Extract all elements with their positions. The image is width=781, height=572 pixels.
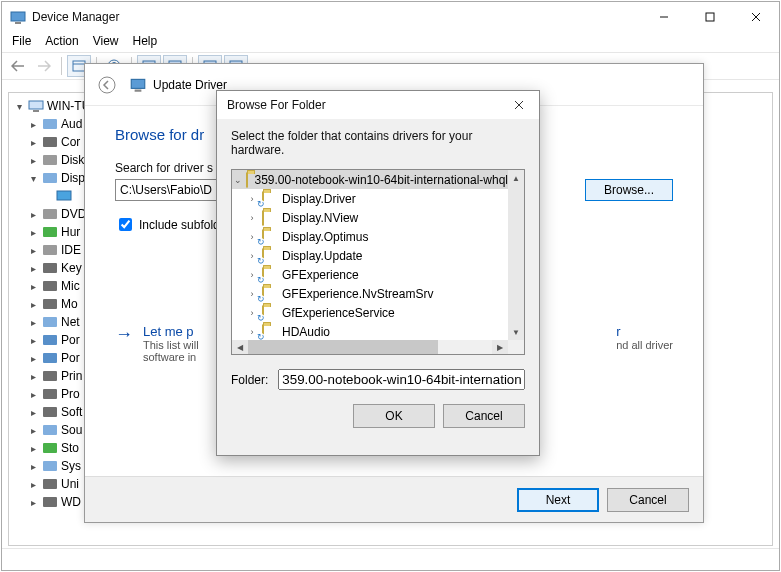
- device-icon: [42, 495, 58, 509]
- dialog-titlebar: Browse For Folder: [217, 91, 539, 119]
- horizontal-scrollbar[interactable]: ◀ ▶: [232, 340, 508, 354]
- minimize-button[interactable]: [641, 2, 687, 32]
- tree-node-label: Key: [61, 261, 82, 275]
- scroll-left-button[interactable]: ◀: [232, 340, 248, 354]
- menu-help[interactable]: Help: [133, 34, 158, 48]
- folder-tree[interactable]: ⌄359.00-notebook-win10-64bit-internation…: [231, 169, 525, 355]
- expand-icon[interactable]: ▸: [27, 226, 39, 238]
- folder-tree-item-label: GFExperience.NvStreamSrv: [282, 287, 433, 301]
- toolbar-back-button[interactable]: [6, 55, 30, 77]
- svg-rect-30: [43, 371, 57, 381]
- folder-icon: [262, 306, 278, 320]
- folder-icon: [262, 230, 278, 244]
- expand-icon[interactable]: ▸: [27, 244, 39, 256]
- expand-icon[interactable]: ▸: [27, 352, 39, 364]
- cancel-button[interactable]: Cancel: [607, 488, 689, 512]
- expand-icon[interactable]: ▸: [27, 334, 39, 346]
- collapse-icon[interactable]: ▾: [13, 100, 25, 112]
- svg-rect-24: [43, 263, 57, 273]
- device-icon: [42, 477, 58, 491]
- scroll-up-button[interactable]: ▲: [508, 170, 524, 186]
- device-icon: [42, 153, 58, 167]
- folder-tree-item[interactable]: ›Display.Driver: [232, 189, 508, 208]
- svg-rect-0: [11, 12, 25, 21]
- folder-tree-item-label: HDAudio: [282, 325, 330, 339]
- scroll-right-button[interactable]: ▶: [492, 340, 508, 354]
- folder-tree-root[interactable]: ⌄359.00-notebook-win10-64bit-internation…: [232, 170, 508, 189]
- wizard-back-button[interactable]: [93, 71, 121, 99]
- tree-node-label: Disp: [61, 171, 85, 185]
- tree-node-label: Mo: [61, 297, 78, 311]
- expand-icon[interactable]: ▸: [27, 496, 39, 508]
- expand-icon[interactable]: ▸: [27, 280, 39, 292]
- tree-node-label: Uni: [61, 477, 79, 491]
- expand-icon[interactable]: ▸: [27, 478, 39, 490]
- vertical-scrollbar[interactable]: ▲ ▼: [508, 170, 524, 340]
- svg-rect-21: [43, 209, 57, 219]
- folder-icon: [246, 173, 251, 187]
- dialog-cancel-button[interactable]: Cancel: [443, 404, 525, 428]
- folder-tree-item[interactable]: ›GfExperienceService: [232, 303, 508, 322]
- dialog-close-button[interactable]: [505, 95, 533, 115]
- ok-button[interactable]: OK: [353, 404, 435, 428]
- svg-rect-39: [131, 79, 145, 88]
- include-subfolders-input[interactable]: [119, 218, 132, 231]
- folder-tree-item[interactable]: ›HDAudio: [232, 322, 508, 340]
- folder-tree-item-label: Display.Update: [282, 249, 362, 263]
- scroll-down-button[interactable]: ▼: [508, 324, 524, 340]
- dialog-message: Select the folder that contains drivers …: [231, 129, 525, 157]
- folder-tree-item[interactable]: ›Display.NView: [232, 208, 508, 227]
- tree-node-label: Soft: [61, 405, 82, 419]
- toolbar-forward-button[interactable]: [32, 55, 56, 77]
- window-title: Device Manager: [32, 10, 641, 24]
- folder-tree-item[interactable]: ›GFExperience.NvStreamSrv: [232, 284, 508, 303]
- expand-icon[interactable]: ▸: [27, 406, 39, 418]
- device-icon: [42, 387, 58, 401]
- chevron-down-icon[interactable]: ⌄: [234, 175, 242, 185]
- expand-icon[interactable]: ▸: [27, 370, 39, 382]
- svg-rect-40: [135, 89, 142, 91]
- menu-file[interactable]: File: [12, 34, 31, 48]
- dialog-title: Browse For Folder: [227, 98, 505, 112]
- svg-rect-14: [29, 101, 43, 109]
- device-icon: [42, 315, 58, 329]
- folder-tree-item[interactable]: ›GFExperience: [232, 265, 508, 284]
- tree-node-label: IDE: [61, 243, 81, 257]
- menu-view[interactable]: View: [93, 34, 119, 48]
- expand-icon[interactable]: ▾: [27, 172, 39, 184]
- next-button[interactable]: Next: [517, 488, 599, 512]
- expand-icon[interactable]: ▸: [27, 424, 39, 436]
- maximize-button[interactable]: [687, 2, 733, 32]
- folder-icon: [262, 211, 278, 225]
- folder-tree-item[interactable]: ›Display.Optimus: [232, 227, 508, 246]
- close-button[interactable]: [733, 2, 779, 32]
- expand-icon[interactable]: ▸: [27, 316, 39, 328]
- svg-rect-25: [43, 281, 57, 291]
- expand-icon[interactable]: ▸: [27, 262, 39, 274]
- folder-tree-item[interactable]: ›Display.Update: [232, 246, 508, 265]
- chevron-right-icon[interactable]: ›: [246, 213, 258, 223]
- expand-icon[interactable]: ▸: [27, 442, 39, 454]
- folder-field-input[interactable]: [278, 369, 525, 390]
- folder-tree-item-label: GFExperience: [282, 268, 359, 282]
- expand-icon[interactable]: ▸: [27, 136, 39, 148]
- expand-icon[interactable]: ▸: [27, 118, 39, 130]
- device-icon: [42, 135, 58, 149]
- expand-icon[interactable]: ▸: [27, 460, 39, 472]
- device-icon: [42, 207, 58, 221]
- device-icon: [42, 333, 58, 347]
- status-bar: [2, 548, 779, 570]
- svg-rect-22: [43, 227, 57, 237]
- expand-icon[interactable]: ▸: [27, 298, 39, 310]
- menu-action[interactable]: Action: [45, 34, 78, 48]
- scroll-thumb[interactable]: [248, 340, 438, 354]
- browse-button[interactable]: Browse...: [585, 179, 673, 201]
- expand-icon[interactable]: ▸: [27, 208, 39, 220]
- tree-node-label: WD: [61, 495, 81, 509]
- folder-tree-item-label: Display.Optimus: [282, 230, 368, 244]
- svg-rect-34: [43, 443, 57, 453]
- folder-icon: [262, 249, 278, 263]
- expand-icon[interactable]: ▸: [27, 154, 39, 166]
- svg-rect-23: [43, 245, 57, 255]
- expand-icon[interactable]: ▸: [27, 388, 39, 400]
